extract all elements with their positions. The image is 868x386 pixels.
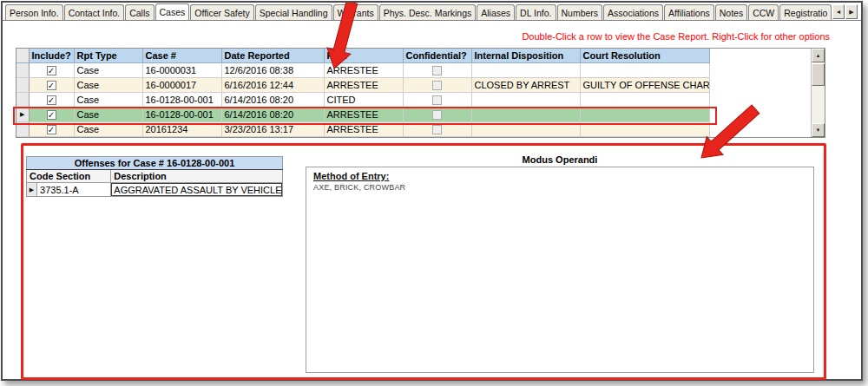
cell-role: ARRESTEE (324, 107, 403, 121)
case-row[interactable]: ✓Case201612343/23/2016 13:17ARRESTEE (16, 121, 709, 136)
column-header-date-reported[interactable]: Date Reported (221, 49, 324, 62)
offense-description: AGGRAVATED ASSAULT BY VEHICLE WHI (111, 183, 283, 197)
tab-scroll-buttons: ◄ ▶ (832, 4, 858, 19)
cell-include: ✓ (29, 107, 74, 121)
tab-calls[interactable]: Calls (125, 4, 154, 20)
cell-include: ✓ (29, 62, 74, 77)
cell-role: ARRESTEE (324, 62, 403, 77)
cell-case-number: 16-0128-00-001 (142, 107, 221, 121)
tab-person-info[interactable]: Person Info. (5, 4, 63, 20)
case-row[interactable]: ▶✓Case16-0128-00-0016/14/2016 08:20ARRES… (16, 107, 709, 121)
cell-confidential (403, 92, 471, 107)
scroll-thumb[interactable] (812, 63, 825, 86)
row-selector[interactable] (16, 77, 29, 92)
cell-role: CITED (324, 92, 403, 107)
cell-rpt-type: Case (74, 121, 142, 136)
confidential-checkbox[interactable] (432, 125, 442, 134)
modus-operandi-panel: Method of Entry: AXE, BRICK, CROWBAR (306, 167, 814, 373)
cell-date-reported: 6/14/2016 08:20 (221, 107, 324, 121)
offenses-column-code-section[interactable]: Code Section (27, 170, 111, 183)
include-checkbox[interactable]: ✓ (47, 95, 56, 105)
confidential-checkbox[interactable] (432, 81, 442, 90)
tab-officer-safety[interactable]: Officer Safety (190, 4, 253, 20)
cell-internal-disposition (471, 121, 580, 136)
cell-date-reported: 6/16/2016 12:44 (221, 77, 324, 92)
cell-rpt-type: Case (74, 92, 142, 107)
include-checkbox[interactable]: ✓ (47, 110, 56, 120)
modus-operandi-title: Modus Operandi (306, 154, 814, 165)
tab-phys-desc-markings[interactable]: Phys. Desc. Markings (379, 4, 477, 20)
tab-contact-info[interactable]: Contact Info. (64, 4, 125, 20)
case-row[interactable]: ✓Case16-000003112/6/2016 08:38ARRESTEE (16, 62, 709, 77)
offense-row-selector[interactable]: ▶ (27, 183, 37, 197)
case-row[interactable]: ✓Case16-00000176/16/2016 12:44ARRESTEECL… (16, 77, 709, 92)
cell-court-resolution (580, 121, 709, 136)
grid-hint-text: Double-Click a row to view the Case Repo… (522, 31, 830, 42)
include-checkbox[interactable]: ✓ (47, 81, 56, 90)
cases-grid: Include?Rpt TypeCase #Date ReportedRoleC… (16, 48, 825, 138)
column-header-rpt-type[interactable]: Rpt Type (74, 49, 142, 62)
tab-affiliations[interactable]: Affiliations (664, 4, 714, 20)
cell-case-number: 20161234 (142, 121, 221, 136)
tab-ccw[interactable]: CCW (748, 4, 779, 20)
tab-notes[interactable]: Notes (715, 4, 747, 20)
tab-cases[interactable]: Cases (155, 3, 190, 21)
column-header-case[interactable]: Case # (142, 49, 221, 62)
app-window: Person Info.Contact Info.CallsCasesOffic… (1, 1, 863, 381)
method-of-entry-label: Method of Entry: (313, 171, 806, 181)
column-header-court-resolution[interactable]: Court Resolution (580, 49, 709, 62)
offenses-column-description[interactable]: Description (111, 170, 283, 183)
offenses-table: Offenses for Case # 16-0128-00-001 Code … (26, 156, 283, 197)
tab-numbers[interactable]: Numbers (557, 4, 603, 20)
cell-confidential (403, 62, 471, 77)
cell-rpt-type: Case (74, 62, 142, 77)
scroll-up-button[interactable]: ▲ (812, 49, 825, 62)
tab-strip: Person Info.Contact Info.CallsCasesOffic… (3, 3, 861, 21)
cell-include: ✓ (29, 121, 74, 136)
confidential-checkbox[interactable] (432, 95, 442, 105)
tab-aliases[interactable]: Aliases (477, 4, 515, 20)
row-selector[interactable]: ▶ (16, 107, 29, 121)
column-header-confidential[interactable]: Confidential? (403, 49, 471, 62)
cell-court-resolution (580, 62, 709, 77)
cell-rpt-type: Case (74, 107, 142, 121)
cell-case-number: 16-0128-00-001 (142, 92, 221, 107)
cell-include: ✓ (29, 92, 74, 107)
offenses-panel: Offenses for Case # 16-0128-00-001 Code … (26, 156, 283, 197)
method-of-entry-value: AXE, BRICK, CROWBAR (313, 183, 806, 192)
row-selector[interactable] (16, 92, 29, 107)
offense-row[interactable]: ▶3735.1-AAGGRAVATED ASSAULT BY VEHICLE W… (27, 183, 283, 197)
cell-internal-disposition: CLOSED BY ARREST (471, 77, 580, 92)
confidential-checkbox[interactable] (432, 66, 442, 75)
grid-scrollbar[interactable]: ▲ ▼ (811, 49, 825, 137)
confidential-checkbox[interactable] (432, 110, 442, 120)
selector-column-header (16, 49, 29, 62)
cell-role: ARRESTEE (324, 121, 403, 136)
include-checkbox[interactable]: ✓ (47, 66, 56, 75)
scroll-down-button[interactable]: ▼ (812, 123, 825, 137)
tab-scroll-right-button[interactable]: ▶ (845, 4, 858, 19)
cell-role: ARRESTEE (324, 77, 403, 92)
cell-rpt-type: Case (74, 77, 142, 92)
row-selector[interactable] (16, 121, 29, 136)
tab-registratio[interactable]: Registratio (779, 4, 832, 20)
column-header-internal-disposition[interactable]: Internal Disposition (471, 49, 580, 62)
case-row[interactable]: ✓Case16-0128-00-0016/14/2016 08:20CITED (16, 92, 709, 107)
cell-date-reported: 6/14/2016 08:20 (221, 92, 324, 107)
tab-scroll-left-button[interactable]: ◄ (832, 4, 845, 19)
cell-court-resolution (580, 92, 709, 107)
row-selector[interactable] (16, 62, 29, 77)
cell-include: ✓ (29, 77, 74, 92)
tab-special-handling[interactable]: Special Handling (255, 4, 332, 20)
cell-case-number: 16-0000017 (142, 77, 221, 92)
include-checkbox[interactable]: ✓ (47, 125, 56, 134)
cell-court-resolution (580, 107, 709, 121)
column-header-role[interactable]: Role (324, 49, 403, 62)
column-header-include[interactable]: Include? (29, 49, 74, 62)
tab-associations[interactable]: Associations (603, 4, 663, 20)
offenses-title: Offenses for Case # 16-0128-00-001 (27, 157, 283, 170)
tab-warrants[interactable]: Warrants (333, 4, 378, 20)
cell-confidential (403, 121, 471, 136)
tab-dl-info[interactable]: DL Info. (516, 4, 556, 20)
cell-confidential (403, 107, 471, 121)
